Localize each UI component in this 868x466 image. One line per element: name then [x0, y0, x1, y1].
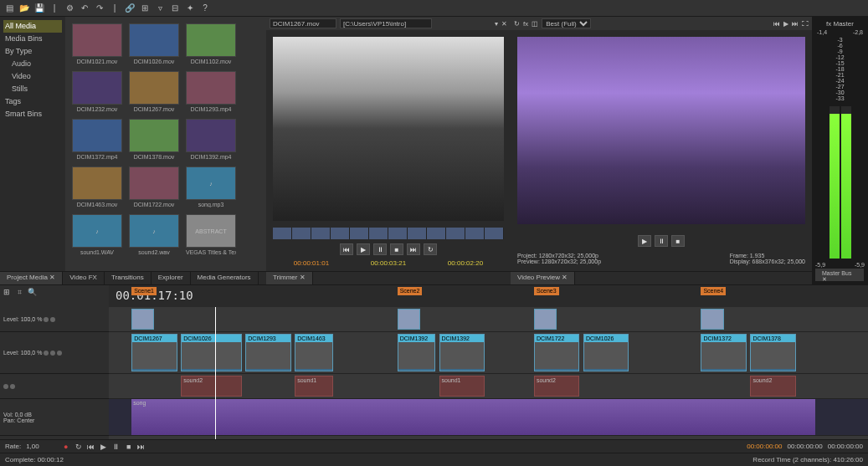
file-menu-icon[interactable]: ▤: [3, 3, 15, 14]
track-solo-icon[interactable]: [10, 384, 15, 389]
track-header-text[interactable]: Level: 100,0 %: [0, 307, 109, 332]
timeline-sel-tc[interactable]: 00:00:00:00: [787, 443, 822, 450]
media-thumb[interactable]: ♪sound2.wav: [129, 214, 179, 255]
timeline-start-icon[interactable]: ⏮: [86, 442, 96, 452]
media-thumb[interactable]: DCIM1378.mov: [129, 119, 179, 160]
preview-next-icon[interactable]: ⏭: [792, 20, 799, 28]
preview-fx-icon[interactable]: fx: [523, 20, 528, 28]
preview-split-icon[interactable]: ◫: [532, 20, 538, 28]
tree-item-all-media[interactable]: All Media: [3, 20, 62, 33]
track-fx-icon[interactable]: [57, 351, 62, 356]
preview-fullscreen-icon[interactable]: ⛶: [802, 20, 809, 28]
media-thumb[interactable]: DCIM1372.mp4: [72, 119, 122, 160]
tree-item-media-bins[interactable]: Media Bins: [3, 33, 62, 45]
trimmer-stop-button[interactable]: ■: [390, 243, 403, 255]
title-clip[interactable]: [131, 309, 154, 330]
timeline-end-tc[interactable]: 00:00:00:00: [828, 443, 863, 450]
timeline-pos-tc[interactable]: 00:00:00:00: [747, 443, 782, 450]
video-clip[interactable]: DCIM1392: [398, 334, 435, 371]
audio-clip[interactable]: sound1: [295, 376, 332, 397]
track-lane-video[interactable]: DCIM1267DCIM1026DCIM1293DCIM1463DCIM1392…: [109, 332, 868, 374]
video-clip[interactable]: DCIM1378: [750, 334, 795, 371]
timeline-play-icon[interactable]: ▶: [99, 442, 109, 452]
timeline-marker[interactable]: Scene1: [131, 287, 157, 295]
tab-transitions[interactable]: Transitions: [105, 272, 152, 284]
tab-project-media[interactable]: Project Media ✕: [0, 272, 63, 284]
media-thumb[interactable]: ♪song.mp3: [186, 166, 236, 207]
tab-media-generators[interactable]: Media Generators: [191, 272, 259, 284]
timeline-snap-icon[interactable]: ⌗: [14, 287, 24, 297]
trimmer-loop-button[interactable]: ↻: [424, 243, 437, 255]
trimmer-pause-button[interactable]: ⏸: [373, 243, 387, 255]
media-thumb[interactable]: DCIM1026.mov: [129, 23, 179, 64]
video-clip[interactable]: DCIM1722: [534, 334, 579, 371]
media-thumb[interactable]: ♪sound1.WAV: [72, 214, 122, 255]
track-mute-icon[interactable]: [3, 384, 8, 389]
track-mute-icon[interactable]: [44, 351, 49, 356]
trimmer-next-button[interactable]: ⏭: [407, 243, 420, 255]
audio-clip[interactable]: sound2: [534, 376, 579, 397]
track-mute-icon[interactable]: [44, 317, 49, 322]
timeline-marker[interactable]: Scene4: [701, 287, 726, 295]
trimmer-prev-button[interactable]: ⏮: [340, 243, 353, 255]
video-clip[interactable]: DCIM1293: [245, 334, 290, 371]
preview-pause-button[interactable]: ⏸: [655, 235, 668, 247]
video-clip[interactable]: DCIM1392: [439, 334, 485, 371]
tab-explorer[interactable]: Explorer: [152, 272, 191, 284]
trimmer-clip-path[interactable]: [340, 18, 432, 28]
title-clip[interactable]: [701, 309, 723, 330]
preview-quality-select[interactable]: Best (Full): [542, 18, 591, 28]
preview-refresh-icon[interactable]: ↻: [514, 20, 520, 28]
trimmer-clip-name[interactable]: [270, 18, 336, 28]
title-clip[interactable]: [398, 309, 420, 330]
preview-viewer[interactable]: [517, 37, 805, 224]
timeline-record-icon[interactable]: ●: [61, 442, 71, 452]
timeline-tool-icon[interactable]: ⊞: [2, 287, 12, 297]
trimmer-dur-timecode[interactable]: 00:00:02:20: [448, 259, 483, 271]
track-header-audio2[interactable]: Vol: 0,0 dB Pan: Center: [0, 399, 109, 436]
media-thumb[interactable]: DCIM1102.mov: [186, 23, 236, 64]
tree-item-audio[interactable]: Audio: [3, 58, 62, 70]
audio-clip[interactable]: sound2: [750, 376, 795, 397]
media-thumb[interactable]: DCIM1021.mov: [72, 23, 122, 64]
track-lane-text[interactable]: [109, 307, 868, 332]
tree-item-video[interactable]: Video: [3, 70, 62, 83]
timeline-zoom-icon[interactable]: 🔍: [27, 287, 37, 297]
timeline-pause-icon[interactable]: ⏸: [111, 442, 121, 452]
preview-prev-icon[interactable]: ⏮: [773, 20, 780, 28]
trimmer-viewer[interactable]: [273, 37, 504, 221]
config-icon[interactable]: ✦: [184, 3, 196, 14]
properties-icon[interactable]: ⚙: [64, 3, 75, 14]
timeline-stop-icon[interactable]: ■: [124, 442, 134, 452]
redo-icon[interactable]: ↷: [94, 3, 105, 14]
track-header-video[interactable]: Level: 100,0 %: [0, 332, 109, 374]
tab-trimmer[interactable]: Trimmer ✕: [266, 272, 313, 284]
snap-icon[interactable]: ⊞: [139, 3, 151, 14]
media-thumb[interactable]: ABSTRACTVEGAS Titles & Text abstract: [186, 214, 236, 255]
trimmer-scrubber[interactable]: [273, 228, 504, 239]
song-clip[interactable]: song: [131, 399, 814, 435]
track-header-audio1[interactable]: [0, 374, 109, 399]
trimmer-out-timecode[interactable]: 00:00:03:21: [371, 259, 406, 271]
media-thumb[interactable]: DCIM1232.mov: [72, 71, 122, 112]
tree-item-by-type[interactable]: By Type: [3, 45, 62, 58]
track-solo-icon[interactable]: [50, 317, 55, 322]
trimmer-options-icon[interactable]: ▾: [495, 20, 498, 28]
video-clip[interactable]: DCIM1267: [131, 334, 177, 371]
track-lane-audio1[interactable]: sound2sound1sound1sound2sound2: [109, 374, 868, 399]
video-clip[interactable]: DCIM1372: [701, 334, 746, 371]
trimmer-in-timecode[interactable]: 00:00:01:01: [294, 259, 329, 271]
open-icon[interactable]: 📂: [18, 3, 30, 14]
video-clip[interactable]: DCIM1026: [583, 334, 629, 371]
video-clip[interactable]: DCIM1026: [181, 334, 242, 371]
save-icon[interactable]: 💾: [33, 3, 45, 14]
rate-value[interactable]: 1,00: [26, 443, 39, 450]
audio-clip[interactable]: sound2: [181, 376, 242, 397]
preview-play-button[interactable]: ▶: [638, 235, 651, 247]
trimmer-play-button[interactable]: ▶: [357, 243, 370, 255]
trimmer-close-icon[interactable]: ✕: [501, 20, 507, 28]
timeline-marker[interactable]: Scene2: [398, 287, 423, 295]
marker-icon[interactable]: ▿: [154, 3, 166, 14]
tab-master-bus[interactable]: Master Bus ✕: [815, 269, 865, 281]
preview-play-icon[interactable]: ▶: [783, 20, 788, 28]
